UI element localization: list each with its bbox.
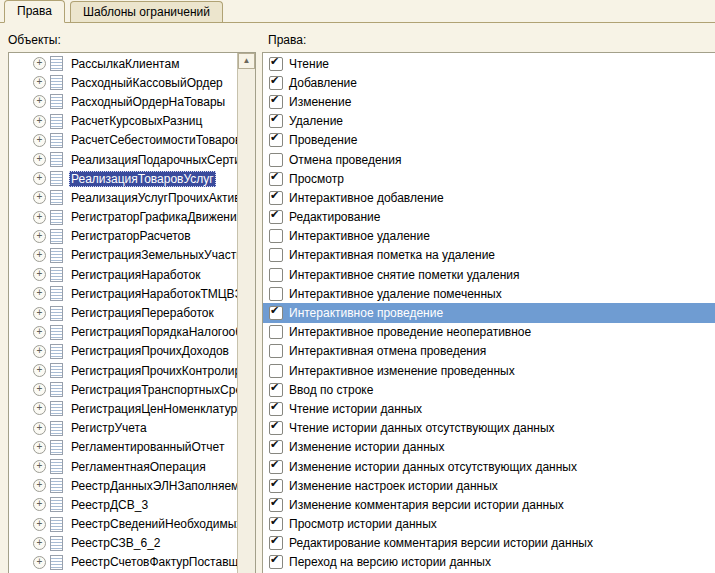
expand-plus-icon[interactable]: +: [33, 441, 46, 454]
checkbox[interactable]: ✔: [269, 210, 283, 224]
right-row[interactable]: ✔ Изменение истории данных отсутствующих…: [263, 457, 715, 476]
checkbox[interactable]: ✔: [269, 536, 283, 550]
tree-row[interactable]: + РегистраторГрафикаДвиженияТо: [9, 208, 238, 227]
right-row[interactable]: ✔ Редактирование комментария версии исто…: [263, 534, 715, 553]
checkbox[interactable]: ✔: [269, 344, 283, 358]
checkbox[interactable]: ✔: [269, 114, 283, 128]
right-row[interactable]: ✔ Интерактивное проведение неоперативное: [263, 323, 715, 342]
expand-plus-icon[interactable]: +: [33, 134, 46, 147]
tree-row[interactable]: + РегистрацияПрочихДоходов: [9, 342, 238, 361]
expand-plus-icon[interactable]: +: [33, 115, 46, 128]
checkbox[interactable]: ✔: [269, 402, 283, 416]
tab-restriction-templates[interactable]: Шаблоны ограничений: [70, 1, 223, 22]
checkbox[interactable]: ✔: [269, 268, 283, 282]
right-row[interactable]: ✔ Интерактивная пометка на удаление: [263, 246, 715, 265]
expand-plus-icon[interactable]: +: [33, 307, 46, 320]
right-row[interactable]: ✔ Интерактивное добавление: [263, 188, 715, 207]
checkbox[interactable]: ✔: [269, 57, 283, 71]
expand-plus-icon[interactable]: +: [33, 76, 46, 89]
right-row[interactable]: ✔ Добавление: [263, 73, 715, 92]
tree-row[interactable]: + РеализацияТоваровУслуг: [9, 169, 238, 188]
tree-row[interactable]: + РегистрацияНаработок: [9, 265, 238, 284]
checkbox[interactable]: ✔: [269, 460, 283, 474]
tree-row[interactable]: + РегистрацияЦенНоменклатурыПо: [9, 399, 238, 418]
tree-row[interactable]: + РеализацияПодарочныхСертифик: [9, 150, 238, 169]
tree-row[interactable]: + РегламентнаяОперация: [9, 457, 238, 476]
tree-row[interactable]: + РегистраторРасчетов: [9, 227, 238, 246]
checkbox[interactable]: ✔: [269, 325, 283, 339]
checkbox[interactable]: ✔: [269, 479, 283, 493]
right-row[interactable]: ✔ Просмотр: [263, 169, 715, 188]
right-row[interactable]: ✔ Интерактивное снятие пометки удаления: [263, 265, 715, 284]
expand-plus-icon[interactable]: +: [33, 326, 46, 339]
expand-plus-icon[interactable]: +: [33, 153, 46, 166]
expand-plus-icon[interactable]: +: [33, 498, 46, 511]
checkbox[interactable]: ✔: [269, 421, 283, 435]
tree-row[interactable]: + РеестрСЗВ_6_2: [9, 534, 238, 553]
right-row[interactable]: ✔ Изменение настроек истории данных: [263, 476, 715, 495]
right-row[interactable]: ✔ Переход на версию истории данных: [263, 553, 715, 572]
tree-row[interactable]: + РегистрацияПорядкаНалогообло: [9, 323, 238, 342]
right-row[interactable]: ✔ Интерактивная отмена проведения: [263, 342, 715, 361]
checkbox[interactable]: ✔: [269, 287, 283, 301]
expand-plus-icon[interactable]: +: [33, 460, 46, 473]
expand-plus-icon[interactable]: +: [33, 249, 46, 262]
expand-plus-icon[interactable]: +: [33, 402, 46, 415]
tree-row[interactable]: + РасходныйОрдерНаТовары: [9, 92, 238, 111]
right-row[interactable]: ✔ Изменение комментария версии истории д…: [263, 495, 715, 514]
tree-row[interactable]: + РегистрУчета: [9, 419, 238, 438]
right-row[interactable]: ✔ Изменение истории данных: [263, 438, 715, 457]
expand-plus-icon[interactable]: +: [33, 422, 46, 435]
expand-plus-icon[interactable]: +: [33, 95, 46, 108]
expand-plus-icon[interactable]: +: [33, 57, 46, 70]
tree-row[interactable]: + РеестрСведенийНеобходимыхДл: [9, 515, 238, 534]
tree-row[interactable]: + РеестрДСВ_3: [9, 495, 238, 514]
checkbox[interactable]: ✔: [269, 306, 283, 320]
right-row[interactable]: ✔ Редактирование: [263, 208, 715, 227]
tree-row[interactable]: + РасходныйКассовыйОрдер: [9, 73, 238, 92]
checkbox[interactable]: ✔: [269, 76, 283, 90]
right-row[interactable]: ✔ Отмена проведения: [263, 150, 715, 169]
right-row[interactable]: ✔ Удаление: [263, 112, 715, 131]
expand-plus-icon[interactable]: +: [33, 556, 46, 569]
tree-row[interactable]: + РегистрацияНаработокТМЦВЭкс: [9, 284, 238, 303]
right-row[interactable]: ✔ Проведение: [263, 131, 715, 150]
expand-plus-icon[interactable]: +: [33, 230, 46, 243]
objects-scrollbar[interactable]: ▲: [237, 53, 255, 573]
right-row[interactable]: ✔ Интерактивное удаление помеченных: [263, 284, 715, 303]
tree-row[interactable]: + РегистрацияЗемельныхУчастков: [9, 246, 238, 265]
tree-row[interactable]: + РегистрацияПереработок: [9, 303, 238, 322]
checkbox[interactable]: ✔: [269, 364, 283, 378]
checkbox[interactable]: ✔: [269, 172, 283, 186]
expand-plus-icon[interactable]: +: [33, 364, 46, 377]
expand-plus-icon[interactable]: +: [33, 268, 46, 281]
expand-plus-icon[interactable]: +: [33, 211, 46, 224]
checkbox[interactable]: ✔: [269, 248, 283, 262]
right-row[interactable]: ✔ Ввод по строке: [263, 380, 715, 399]
right-row[interactable]: ✔ Интерактивное изменение проведенных: [263, 361, 715, 380]
checkbox[interactable]: ✔: [269, 498, 283, 512]
expand-plus-icon[interactable]: +: [33, 479, 46, 492]
tree-row[interactable]: + РеестрДанныхЭЛНЗаполняемых: [9, 476, 238, 495]
checkbox[interactable]: ✔: [269, 229, 283, 243]
tree-row[interactable]: + РеестрСчетовФактурПоставщика: [9, 553, 238, 572]
right-row[interactable]: ✔ Интерактивное удаление: [263, 227, 715, 246]
right-row[interactable]: ✔ Изменение: [263, 92, 715, 111]
tree-row[interactable]: + РасчетКурсовыхРазниц: [9, 112, 238, 131]
expand-plus-icon[interactable]: +: [33, 518, 46, 531]
tree-row[interactable]: + РассылкаКлиентам: [9, 54, 238, 73]
checkbox[interactable]: ✔: [269, 383, 283, 397]
tab-rights[interactable]: Права: [4, 0, 65, 23]
tree-row[interactable]: + РеализацияУслугПрочихАктивов: [9, 188, 238, 207]
tree-row[interactable]: + РасчетСебестоимостиТоваров: [9, 131, 238, 150]
right-row[interactable]: ✔ Чтение: [263, 54, 715, 73]
checkbox[interactable]: ✔: [269, 153, 283, 167]
right-row[interactable]: ✔ Интерактивное проведение: [263, 303, 715, 322]
checkbox[interactable]: ✔: [269, 440, 283, 454]
expand-plus-icon[interactable]: +: [33, 172, 46, 185]
expand-plus-icon[interactable]: +: [33, 191, 46, 204]
expand-plus-icon[interactable]: +: [33, 537, 46, 550]
checkbox[interactable]: ✔: [269, 555, 283, 569]
right-row[interactable]: ✔ Чтение истории данных отсутствующих да…: [263, 419, 715, 438]
tree-row[interactable]: + РегистрацияПрочихКонтролируем: [9, 361, 238, 380]
